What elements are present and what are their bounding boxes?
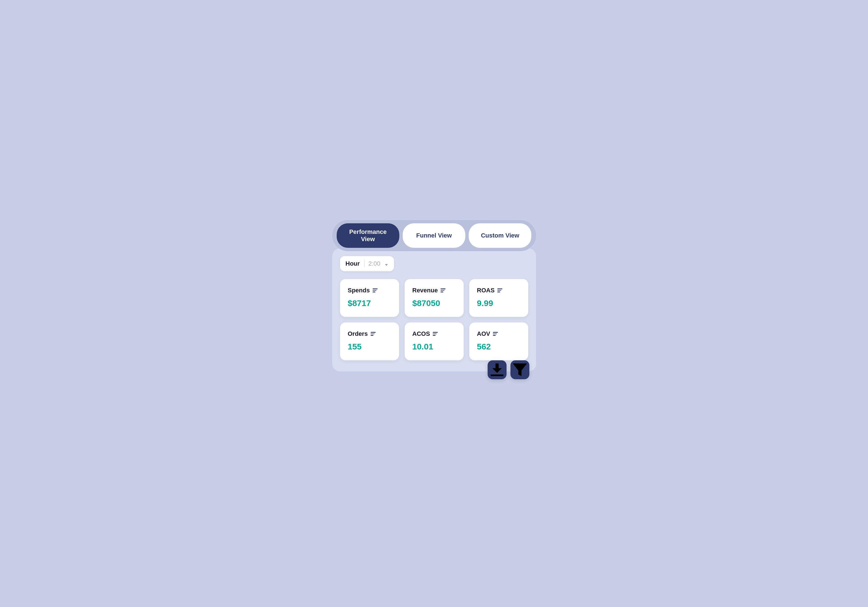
tab-bar: Performance View Funnel View Custom View <box>332 220 536 251</box>
metric-header-revenue: Revenue <box>412 287 456 294</box>
filter-sort-icon-spends[interactable] <box>373 288 378 293</box>
filter-sort-icon-revenue[interactable] <box>440 288 446 293</box>
metric-card-revenue: Revenue $87050 <box>405 279 463 317</box>
metric-value-acos: 10.01 <box>412 342 456 352</box>
metric-value-revenue: $87050 <box>412 299 456 308</box>
tab-funnel[interactable]: Funnel View <box>403 223 465 248</box>
metric-header-acos: ACOS <box>412 330 456 338</box>
metric-title-revenue: Revenue <box>412 287 438 294</box>
metric-title-roas: ROAS <box>477 287 495 294</box>
tab-custom[interactable]: Custom View <box>469 223 531 248</box>
chevron-down-icon[interactable]: ⌄ <box>384 261 389 267</box>
metric-title-aov: AOV <box>477 330 490 338</box>
filter-button[interactable] <box>510 360 529 379</box>
hour-value: 2:00 <box>364 260 384 267</box>
metrics-grid: Spends $8717 Revenue $87050 <box>340 279 528 360</box>
metric-card-spends: Spends $8717 <box>340 279 399 317</box>
metric-value-orders: 155 <box>348 342 391 352</box>
dashboard-container: Performance View Funnel View Custom View… <box>326 213 543 394</box>
metric-value-spends: $8717 <box>348 299 391 308</box>
metric-title-orders: Orders <box>348 330 368 338</box>
metric-title-acos: ACOS <box>412 330 430 338</box>
download-button[interactable] <box>488 360 507 379</box>
metric-value-roas: 9.99 <box>477 299 521 308</box>
filter-sort-icon-orders[interactable] <box>370 332 376 336</box>
metric-card-roas: ROAS 9.99 <box>469 279 528 317</box>
metric-card-orders: Orders 155 <box>340 322 399 360</box>
metric-header-roas: ROAS <box>477 287 521 294</box>
main-panel: Hour 2:00 ⌄ Spends $8717 Revenue <box>332 248 536 372</box>
filter-funnel-icon <box>510 360 529 379</box>
hour-label: Hour <box>346 260 364 267</box>
metric-card-aov: AOV 562 <box>469 322 528 360</box>
metric-card-acos: ACOS 10.01 <box>405 322 463 360</box>
metric-value-aov: 562 <box>477 342 521 352</box>
metric-title-spends: Spends <box>348 287 370 294</box>
action-buttons <box>488 360 529 379</box>
hour-selector[interactable]: Hour 2:00 ⌄ <box>340 256 394 271</box>
metric-header-orders: Orders <box>348 330 391 338</box>
tab-performance[interactable]: Performance View <box>337 223 399 248</box>
metric-header-spends: Spends <box>348 287 391 294</box>
download-icon <box>488 360 507 379</box>
metric-header-aov: AOV <box>477 330 521 338</box>
filter-sort-icon-aov[interactable] <box>493 332 498 336</box>
filter-sort-icon-acos[interactable] <box>433 332 438 336</box>
filter-sort-icon-roas[interactable] <box>498 288 502 293</box>
